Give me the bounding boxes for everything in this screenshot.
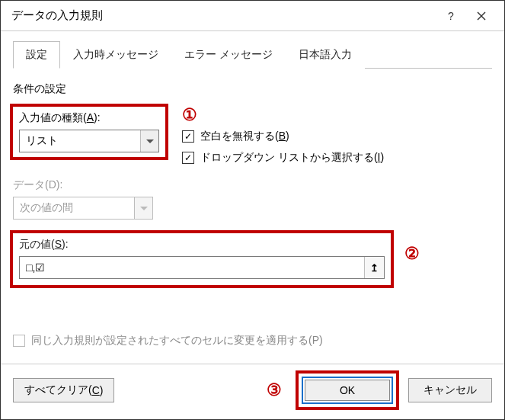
dropdown-list-row: ✓ ドロップダウン リストから選択する(I) <box>182 151 384 165</box>
allow-select[interactable]: リスト <box>19 130 159 152</box>
ignore-blank-row: ✓ 空白を無視する(B) <box>182 130 384 143</box>
data-dropdown-button <box>134 197 152 219</box>
allow-value: リスト <box>20 134 140 148</box>
tab-strip: 設定 入力時メッセージ エラー メッセージ 日本語入力 <box>13 40 492 69</box>
propagate-label: 同じ入力規則が設定されたすべてのセルに変更を適用する(P) <box>31 334 323 348</box>
close-icon <box>477 11 486 21</box>
close-button[interactable] <box>466 2 497 30</box>
data-label: データ(D): <box>13 178 492 192</box>
highlight-source: 元の値(S): ↥ <box>10 230 394 288</box>
tab-settings[interactable]: 設定 <box>13 41 60 69</box>
source-input-wrap: ↥ <box>19 256 385 279</box>
propagate-checkbox <box>13 335 25 347</box>
range-picker-icon: ↥ <box>370 262 379 274</box>
tab-error-message[interactable]: エラー メッセージ <box>171 41 286 69</box>
highlight-allow: 入力値の種類(A): リスト <box>10 104 168 160</box>
allow-label-post: ): <box>94 111 101 123</box>
allow-label: 入力値の種類(A): <box>19 111 159 125</box>
help-button[interactable]: ? <box>436 2 466 30</box>
allow-label-pre: 入力値の種類( <box>19 111 87 123</box>
dialog-body: 設定 入力時メッセージ エラー メッセージ 日本語入力 条件の設定 入力値の種類… <box>1 31 504 364</box>
cancel-button[interactable]: キャンセル <box>408 378 492 402</box>
ok-focus-ring: OK <box>302 377 393 404</box>
source-input[interactable] <box>20 257 364 278</box>
titlebar: データの入力規則 ? <box>1 1 504 31</box>
data-select: 次の値の間 <box>13 197 153 220</box>
criteria-label: 条件の設定 <box>13 82 492 96</box>
ignore-blank-checkbox[interactable]: ✓ <box>182 130 194 143</box>
data-block: データ(D): 次の値の間 <box>13 178 492 220</box>
ignore-blank-label: 空白を無視する(B) <box>200 130 289 143</box>
clear-all-button[interactable]: すべてクリア(C) <box>13 378 114 402</box>
tab-ime[interactable]: 日本語入力 <box>286 41 365 69</box>
data-value: 次の値の間 <box>14 201 134 215</box>
tab-input-message[interactable]: 入力時メッセージ <box>60 41 171 69</box>
dropdown-label: ドロップダウン リストから選択する(I) <box>200 151 384 165</box>
range-picker-button[interactable]: ↥ <box>364 257 384 278</box>
ok-button[interactable]: OK <box>305 380 390 401</box>
annotation-2: ② <box>404 244 420 264</box>
annotation-3: ③ <box>267 380 282 400</box>
chevron-down-icon <box>140 207 148 210</box>
source-label: 元の値(S): <box>19 238 385 252</box>
chevron-down-icon <box>146 139 154 143</box>
allow-dropdown-button[interactable] <box>140 130 158 152</box>
dialog-title: データの入力規則 <box>11 8 436 23</box>
allow-options: ① ✓ 空白を無視する(B) ✓ ドロップダウン リストから選択する(I) <box>182 104 384 172</box>
annotation-1: ① <box>182 105 384 125</box>
dialog-footer: すべてクリア(C) ③ OK キャンセル <box>1 364 504 419</box>
dropdown-checkbox[interactable]: ✓ <box>182 152 194 164</box>
highlight-ok: OK <box>296 370 399 410</box>
propagate-row: 同じ入力規則が設定されたすべてのセルに変更を適用する(P) <box>13 334 492 348</box>
dialog-window: データの入力規則 ? 設定 入力時メッセージ エラー メッセージ 日本語入力 条… <box>0 0 505 420</box>
allow-accel: A <box>87 111 94 123</box>
